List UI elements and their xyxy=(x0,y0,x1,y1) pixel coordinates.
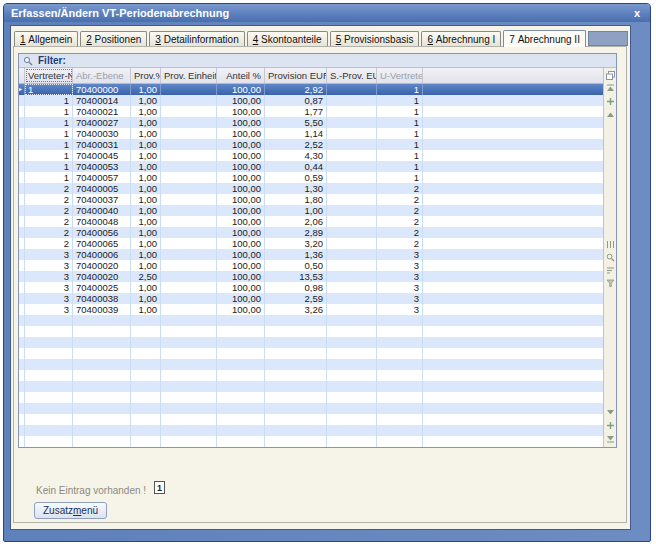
tab-5-provisionsbasis[interactable]: 5 Provisionsbasis xyxy=(330,31,420,46)
column-header-s-prov-eur[interactable]: S.-Prov. EUR xyxy=(327,68,377,83)
scroll-up-icon[interactable] xyxy=(605,96,616,107)
tab-4-skontoanteile[interactable]: 4 Skontoanteile xyxy=(247,31,328,46)
table-cell xyxy=(161,84,217,95)
columns-icon[interactable] xyxy=(605,239,616,250)
table-empty-row xyxy=(19,414,603,425)
table-cell: 1,00 xyxy=(265,205,327,216)
table-row[interactable]: 3704000061,00100,001,363 xyxy=(19,249,603,260)
table-cell: 1 xyxy=(377,95,423,106)
table-cell: 70400000 xyxy=(73,84,131,95)
scroll-bottom-icon[interactable] xyxy=(605,433,616,444)
sort-icon[interactable] xyxy=(605,265,616,276)
table-row[interactable]: 3704000201,00100,000,503 xyxy=(19,260,603,271)
table-row[interactable]: 2704000401,00100,001,002 xyxy=(19,205,603,216)
table-cell xyxy=(161,183,217,194)
table-cell-filler xyxy=(423,381,603,392)
column-header-prov-[interactable]: Prov.% xyxy=(131,68,161,83)
column-header-prov-einheiten[interactable]: Prov. Einheiten xyxy=(161,68,217,83)
table-cell: 0,87 xyxy=(265,95,327,106)
table-cell xyxy=(161,403,217,414)
search-icon[interactable] xyxy=(605,252,616,263)
title-bar[interactable]: Erfassen/Ändern VT-Periodenabrechnung x xyxy=(4,4,650,22)
table-row[interactable]: 3704000381,00100,002,593 xyxy=(19,293,603,304)
table-row[interactable]: 3704000251,00100,000,983 xyxy=(19,282,603,293)
table-cell xyxy=(327,271,377,282)
table-cell-filler xyxy=(423,370,603,381)
table-cell xyxy=(327,304,377,315)
table-row[interactable]: 2704000651,00100,003,202 xyxy=(19,238,603,249)
table-cell xyxy=(131,359,161,370)
table-row[interactable]: 3704000391,00100,003,263 xyxy=(19,304,603,315)
column-header-vertreter-nr-[interactable]: Vertreter-Nr. xyxy=(25,68,73,83)
table-empty-row xyxy=(19,315,603,326)
zusatzmenu-button[interactable]: Zusatzmenü xyxy=(34,502,107,519)
table-cell xyxy=(217,436,265,447)
table-empty-row xyxy=(19,370,603,381)
table-cell: 70400037 xyxy=(73,194,131,205)
table-row[interactable]: 1704000451,00100,004,301 xyxy=(19,150,603,161)
page-number-box[interactable]: 1 xyxy=(154,481,165,494)
scroll-down-icon[interactable] xyxy=(605,420,616,431)
table-row[interactable]: 1704000311,00100,002,521 xyxy=(19,139,603,150)
table-cell: 1,00 xyxy=(131,128,161,139)
table-cell xyxy=(217,414,265,425)
table-cell-filler xyxy=(423,216,603,227)
table-cell: 2,52 xyxy=(265,139,327,150)
column-header-u-vertreter[interactable]: U-Vertreter xyxy=(377,68,423,83)
table-cell-filler xyxy=(423,403,603,414)
table-row[interactable]: 3704000202,50100,0013,533 xyxy=(19,271,603,282)
page-up-icon[interactable] xyxy=(605,109,616,120)
tab-3-detailinformation[interactable]: 3 Detailinformation xyxy=(149,31,244,46)
table-cell xyxy=(73,414,131,425)
table-cell-filler xyxy=(423,172,603,183)
table-cell xyxy=(217,337,265,348)
tab-6-abrechnung-i[interactable]: 6 Abrechnung I xyxy=(421,31,501,46)
filter-label: Filter: xyxy=(38,55,66,67)
table-cell-filler xyxy=(423,271,603,282)
table-cell: 2,89 xyxy=(265,227,327,238)
table-empty-row xyxy=(19,381,603,392)
column-header-abr-ebene[interactable]: Abr.-Ebene xyxy=(73,68,131,83)
table-row[interactable]: 2704000481,00100,002,062 xyxy=(19,216,603,227)
table-row[interactable]: 2704000371,00100,001,802 xyxy=(19,194,603,205)
table-cell xyxy=(161,139,217,150)
table-cell: 1,00 xyxy=(131,194,161,205)
table-row[interactable]: 1704000531,00100,000,441 xyxy=(19,161,603,172)
table-cell xyxy=(327,359,377,370)
table-cell xyxy=(265,403,327,414)
data-grid[interactable]: Filter: Vertreter-Nr.Abr.-EbeneProv.%Pro… xyxy=(18,53,617,448)
filter-icon[interactable] xyxy=(605,278,616,289)
table-cell: 2 xyxy=(25,238,73,249)
table-cell: 1,80 xyxy=(265,194,327,205)
column-header-anteil-[interactable]: Anteil % xyxy=(217,68,265,83)
table-cell xyxy=(377,392,423,403)
table-row[interactable]: 1704000571,00100,000,591 xyxy=(19,172,603,183)
table-cell xyxy=(25,414,73,425)
tab-1-allgemein[interactable]: 1 Allgemein xyxy=(14,31,78,46)
filter-bar[interactable]: Filter: xyxy=(19,54,616,68)
table-cell-filler xyxy=(423,348,603,359)
table-row[interactable]: 2704000561,00100,002,892 xyxy=(19,227,603,238)
table-cell xyxy=(377,315,423,326)
close-icon[interactable]: x xyxy=(632,8,642,18)
table-cell xyxy=(327,436,377,447)
table-row[interactable]: 1704000301,00100,001,141 xyxy=(19,128,603,139)
page-down-icon[interactable] xyxy=(605,407,616,418)
table-row[interactable]: 1704000141,00100,000,871 xyxy=(19,95,603,106)
table-cell xyxy=(25,436,73,447)
scroll-top-icon[interactable] xyxy=(605,83,616,94)
table-row[interactable]: 1704000271,00100,005,501 xyxy=(19,117,603,128)
table-cell xyxy=(327,205,377,216)
table-cell xyxy=(377,348,423,359)
tab-7-abrechnung-ii[interactable]: 7 Abrechnung II xyxy=(503,30,586,47)
column-header-provision-eur[interactable]: Provision EUR xyxy=(265,68,327,83)
tab-2-positionen[interactable]: 2 Positionen xyxy=(80,31,147,46)
table-cell xyxy=(377,436,423,447)
table-cell xyxy=(25,337,73,348)
table-row[interactable]: 2704000051,00100,001,302 xyxy=(19,183,603,194)
table-row[interactable]: 1704000211,00100,001,771 xyxy=(19,106,603,117)
table-cell xyxy=(327,161,377,172)
table-cell: 1 xyxy=(25,117,73,128)
copy-icon[interactable] xyxy=(605,70,616,81)
table-row[interactable]: ▸1704000001,00100,002,921 xyxy=(19,84,603,95)
